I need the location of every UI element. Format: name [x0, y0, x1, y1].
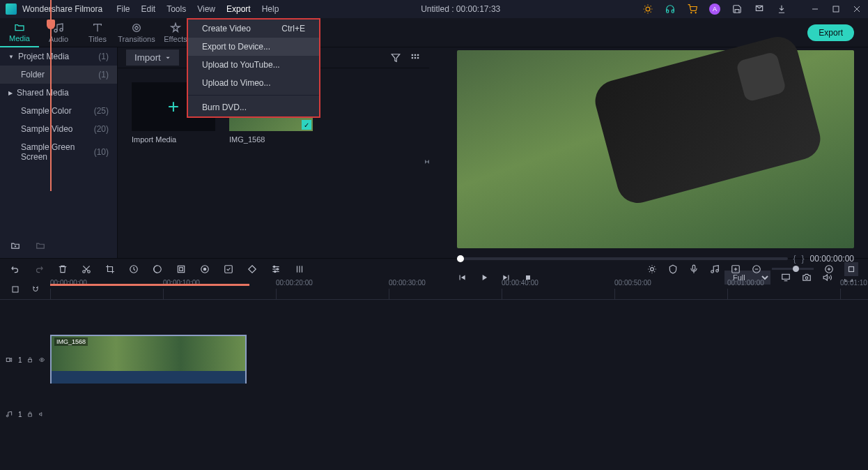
export-upload-vimeo[interactable]: Upload to Vimeo...	[188, 74, 319, 92]
tab-media[interactable]: Media	[0, 18, 39, 47]
new-folder-icon[interactable]	[10, 240, 21, 251]
grid-view-icon[interactable]	[410, 52, 421, 63]
track-number: 1	[18, 356, 22, 364]
scrubber-handle[interactable]	[457, 255, 464, 262]
menu-view[interactable]: View	[197, 4, 215, 14]
tips-icon[interactable]	[642, 3, 653, 15]
svg-rect-12	[412, 54, 413, 55]
sidebar-item-label: Shared Media	[17, 88, 109, 98]
preview-scrubber[interactable]	[457, 257, 788, 260]
zoom-handle[interactable]	[793, 266, 799, 272]
svg-point-50	[716, 269, 719, 272]
timeline-link-icon[interactable]	[10, 284, 20, 295]
tab-transitions[interactable]: Transitions	[117, 18, 156, 47]
undo-icon[interactable]	[10, 264, 21, 275]
tab-titles[interactable]: Titles	[78, 18, 117, 47]
marker-icon[interactable]	[223, 264, 234, 275]
export-upload-youtube[interactable]: Upload to YouTube...	[188, 56, 319, 74]
menu-item-label: Upload to Vimeo...	[202, 78, 271, 88]
menu-file[interactable]: File	[116, 4, 130, 14]
app-name: Wondershare Filmora	[22, 4, 102, 14]
chevron-down-icon	[165, 55, 171, 61]
shield-icon[interactable]	[667, 264, 679, 275]
record-icon[interactable]	[199, 264, 210, 275]
eye-icon[interactable]	[39, 356, 45, 363]
resize-handle[interactable]	[425, 153, 429, 174]
video-track: 1 IMG_1568	[0, 335, 868, 385]
zoom-out-icon[interactable]	[751, 264, 762, 275]
audio-mixer-icon[interactable]	[294, 264, 305, 275]
svg-marker-18	[425, 160, 427, 164]
svg-rect-16	[414, 56, 416, 58]
download-icon[interactable]	[776, 3, 787, 15]
tab-label: Audio	[49, 35, 68, 43]
sidebar-shared-media[interactable]: Shared Media	[0, 84, 117, 102]
svg-point-2	[695, 13, 696, 13]
notification-icon[interactable]	[754, 3, 765, 15]
tab-audio[interactable]: Audio	[39, 18, 78, 47]
titlebar-right: A	[642, 3, 862, 15]
export-burn-dvd[interactable]: Burn DVD...	[188, 98, 319, 116]
svg-rect-4	[833, 6, 839, 12]
video-clip[interactable]: IMG_1568	[50, 335, 247, 384]
redo-icon[interactable]	[33, 264, 45, 275]
color-icon[interactable]	[152, 264, 163, 275]
green-screen-icon[interactable]	[176, 264, 187, 275]
lock-icon[interactable]	[27, 411, 33, 418]
cart-icon[interactable]	[687, 3, 698, 15]
video-track-icon	[6, 356, 13, 364]
export-create-video[interactable]: Create Video Ctrl+E	[188, 20, 319, 38]
sidebar-sample-color[interactable]: Sample Color (25)	[0, 102, 117, 120]
avatar[interactable]: A	[709, 3, 720, 15]
voiceover-icon[interactable]	[688, 264, 699, 275]
text-icon	[92, 22, 103, 33]
menu-item-label: Burn DVD...	[202, 103, 247, 112]
headphones-icon[interactable]	[665, 3, 676, 15]
zoom-slider[interactable]	[772, 268, 814, 270]
export-to-device[interactable]: Export to Device...	[188, 38, 319, 56]
svg-rect-15	[412, 56, 413, 58]
timeline-ruler[interactable]: 00:00:00:00 00:00:10:00 00:00:20:00 00:0…	[0, 279, 868, 300]
playhead-handle[interactable]	[47, 20, 55, 29]
lock-icon[interactable]	[27, 356, 33, 363]
sidebar-item-count: (25)	[94, 106, 109, 116]
menu-tools[interactable]: Tools	[166, 4, 186, 14]
playhead[interactable]	[50, 0, 52, 191]
adjust-icon[interactable]	[270, 264, 281, 275]
crop-icon[interactable]	[104, 264, 116, 275]
save-icon[interactable]	[731, 3, 743, 15]
keyframe-icon[interactable]	[247, 264, 258, 275]
maximize-icon[interactable]	[830, 3, 842, 15]
import-button[interactable]: Import	[126, 50, 179, 66]
render-icon[interactable]	[646, 264, 658, 275]
menu-help[interactable]: Help	[262, 4, 279, 14]
music-icon[interactable]	[709, 264, 720, 275]
sidebar-folder[interactable]: Folder (1)	[0, 66, 117, 84]
menu-edit[interactable]: Edit	[141, 4, 156, 14]
speed-icon[interactable]	[128, 264, 139, 275]
main-content: Project Media (1) Folder (1) Shared Medi…	[0, 47, 868, 258]
folder-icon[interactable]	[35, 240, 46, 251]
sidebar-sample-video[interactable]: Sample Video (20)	[0, 120, 117, 138]
sidebar-sample-green-screen[interactable]: Sample Green Screen (10)	[0, 138, 117, 166]
menu-export[interactable]: Export	[226, 4, 251, 14]
filter-icon[interactable]	[390, 52, 401, 63]
cut-icon[interactable]	[81, 264, 92, 275]
svg-rect-14	[417, 54, 419, 55]
minimize-icon[interactable]	[809, 3, 821, 15]
zoom-fit-icon[interactable]	[844, 262, 858, 276]
close-icon[interactable]	[851, 3, 862, 15]
timeline-magnet-icon[interactable]	[30, 284, 40, 295]
preview-viewport[interactable]	[457, 50, 854, 248]
add-track-icon[interactable]	[730, 264, 741, 275]
menu-divider	[188, 95, 319, 96]
video-track-content[interactable]: IMG_1568	[50, 335, 868, 385]
sidebar-item-count: (1)	[98, 70, 109, 79]
svg-point-36	[203, 268, 206, 271]
delete-icon[interactable]	[57, 264, 68, 275]
export-button[interactable]: Export	[807, 24, 854, 41]
mute-icon[interactable]	[39, 411, 45, 418]
svg-point-7	[54, 29, 57, 32]
zoom-in-icon[interactable]	[823, 264, 835, 275]
sidebar-project-media[interactable]: Project Media (1)	[0, 47, 117, 66]
